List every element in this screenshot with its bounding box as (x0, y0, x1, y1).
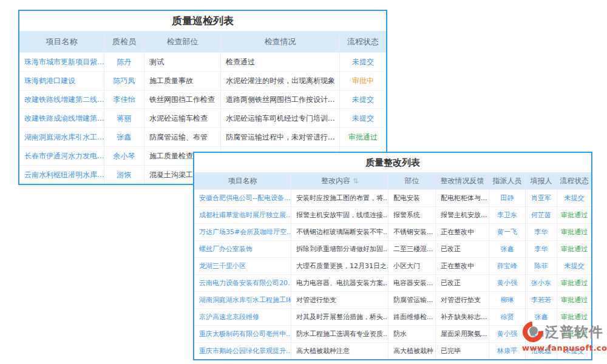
inspector-name-link[interactable]: 蒋丽 (104, 109, 144, 127)
table-row[interactable]: 安徽合肥供电公司--配电设备... 安装时应按施工图的布置，将... 配电安装 … (194, 189, 591, 206)
inspector-name-link[interactable]: 陈巧凤 (104, 72, 144, 90)
project-name-link[interactable]: 珠海市城市更新项目紫... (19, 53, 104, 71)
project-name-link[interactable]: 云南电力设备安装有限公司20... (194, 275, 291, 291)
table-row[interactable]: 珠海鹤港口建设 陈巧凤 施工质量事故 水泥砼灌注的时候，出现离析现象 审批中 (19, 71, 386, 90)
rectification-content-text: 大理石质量更换，12月31日之... (291, 258, 388, 274)
table-row[interactable]: 云南电力设备安装有限公司20... 电力电容器、电抗器安装方案,... 电容器安… (194, 274, 591, 291)
feedback-text: 正在整改中 (436, 258, 489, 274)
rectification-content-text: 对其及时开展整治措施，桥头... (291, 309, 388, 325)
project-name-link[interactable]: 重庆市鹅岭公园绿化景观提升... (194, 343, 291, 359)
status-badge: 审批通过 (340, 128, 386, 146)
project-name-link[interactable]: 改建铁路线增建第二线... (19, 90, 104, 109)
status-badge: 审批通过 (557, 292, 591, 308)
project-name-link[interactable]: 螺丝厂办公室装饰 (194, 241, 291, 257)
column-header-content-label: 整改内容 (321, 176, 350, 186)
assignee-name-link[interactable]: 薛宝峰 (489, 258, 526, 274)
rectification-content-text: 高大植被栽种注意 (291, 343, 388, 359)
status-badge: 未提交 (340, 109, 386, 127)
column-header-status: 流程状态 (557, 173, 591, 189)
column-header-feedback: 整改情况反馈 (436, 173, 489, 189)
column-header-status: 流程状态 (340, 32, 386, 52)
reporter-name-link[interactable]: 肖亚军 (526, 190, 557, 206)
project-name-link[interactable]: 龙湖三千里小区 (194, 258, 291, 274)
column-header-inspector: 质检员 (104, 32, 144, 52)
fanpu-logo-icon (522, 321, 544, 343)
inspector-name-link[interactable]: 张鑫 (104, 128, 144, 146)
status-badge: 审批通过 (557, 224, 591, 240)
rectification-content-text: 不锈钢边框玻璃隔断安装不牢... (291, 224, 388, 240)
status-badge: 未提交 (557, 258, 591, 274)
feedback-text: 屋面采用聚氨... (436, 326, 489, 342)
column-header-content: 整改内容 ⇅ (291, 173, 388, 189)
project-name-link[interactable]: 京沪高速北京段维修 (194, 309, 291, 325)
column-header-project: 项目名称 (194, 173, 291, 189)
assignee-name-link[interactable]: 张鑫 (489, 241, 526, 257)
table-row[interactable]: 龙湖三千里小区 大理石质量更换，12月31日之... 小区大门 正在整改中 薛宝… (194, 257, 591, 274)
feedback-text: 对管进行垫支 (436, 292, 489, 308)
project-name-link[interactable]: 重庆太极制药有限公司亳州中... (194, 326, 291, 342)
table-row[interactable]: 珠海市城市更新项目紫... 陈丹 测试 检查通过 未提交 (19, 52, 386, 71)
table-row[interactable]: 改建铁路成渝线增建第... 蒋丽 水泥砼运输车检查 水泥砼运输车司机经过专门培训… (19, 109, 386, 127)
inspection-part-text: 铁丝网围挡工作检查 (144, 90, 221, 109)
status-badge: 审批通过 (557, 241, 591, 257)
feedback-text: 报警主机安放... (436, 207, 489, 223)
rectification-table-title: 质量整改列表 (194, 153, 591, 173)
reporter-name-link[interactable]: 何芷茵 (526, 207, 557, 223)
assignee-name-link[interactable]: 李卫东 (489, 207, 526, 223)
table-row[interactable]: 成都杜甫草堂临时展厅独立展... 报警主机安放牢固，线缆连接... 报警系统 报… (194, 206, 591, 223)
table-row[interactable]: 湖南洞庭湖水库引水工... 张鑫 防腐管运输、布管 防腐管运输过程中，未对管进行… (19, 127, 386, 146)
inspector-name-link[interactable]: 游恢 (104, 166, 144, 184)
rectification-content-text: 对管进行垫支 (291, 292, 388, 308)
assignee-name-link[interactable]: 田静 (489, 190, 526, 206)
project-name-link[interactable]: 安徽合肥供电公司--配电设备... (194, 190, 291, 206)
inspector-name-link[interactable]: 余小琴 (104, 147, 144, 165)
status-badge: 审批中 (340, 72, 386, 90)
feedback-text: 已完毕 (436, 343, 489, 359)
column-header-result: 检查情况 (221, 32, 340, 52)
project-name-link[interactable]: 万达广场35#会所及咖啡厅空... (194, 224, 291, 240)
status-badge: 未提交 (557, 190, 591, 206)
rectification-content-text: 安装时应按施工图的布置，将... (291, 190, 388, 206)
assignee-name-link[interactable]: 黄小强 (489, 275, 526, 291)
reporter-name-link[interactable]: 陈菲 (526, 258, 557, 274)
feedback-text: 配电柜柜体与... (436, 190, 489, 206)
feedback-text: 已改正 (436, 275, 489, 291)
inspection-part-text: 测试 (144, 53, 221, 71)
reporter-name-link[interactable]: 李华 (526, 241, 557, 257)
watermark-url: www.fanpusoft.com (522, 343, 607, 352)
project-name-link[interactable]: 珠海鹤港口建设 (19, 72, 104, 90)
part-text: 不锈钢安装... (388, 224, 436, 240)
table-row[interactable]: 螺丝厂办公室装饰 拆除到承重墙部分请做好加固... 二至三楼混... 已改正 张… (194, 240, 591, 257)
status-badge: 审批通过 (557, 207, 591, 223)
project-name-link[interactable]: 湖南洞庭湖水库引水工... (19, 128, 104, 146)
inspection-part-text: 施工质量事故 (144, 72, 221, 90)
project-name-link[interactable]: 湖南洞庭湖水库引水工程施工I标 (194, 292, 291, 308)
column-header-project: 项目名称 (19, 32, 104, 52)
assignee-name-link[interactable]: 徐贤 (489, 309, 526, 325)
part-text: 路面维修检... (388, 309, 436, 325)
column-header-assignee: 指派人员 (489, 173, 526, 189)
inspection-result-text: 防腐管运输过程中，未对管进行... (221, 128, 340, 146)
project-name-link[interactable]: 云南水利枢纽潜明水库... (19, 166, 104, 184)
status-badge: 审批通过 (557, 275, 591, 291)
column-header-part: 部位 (388, 173, 436, 189)
reporter-name-link[interactable]: 张小东 (526, 275, 557, 291)
assignee-name-link[interactable]: 林康平 (489, 343, 526, 359)
reporter-name-link[interactable]: 李华 (526, 224, 557, 240)
inspection-part-text: 水泥砼运输车检查 (144, 109, 221, 127)
inspector-name-link[interactable]: 陈丹 (104, 53, 144, 71)
rectification-table-header: 项目名称 整改内容 ⇅ 部位 整改情况反馈 指派人员 填报人 流程状态 (194, 173, 591, 189)
project-name-link[interactable]: 长春市伊通河水力发电... (19, 147, 104, 165)
assignee-name-link[interactable]: 柳琳 (489, 292, 526, 308)
inspector-name-link[interactable]: 李佳怡 (104, 90, 144, 109)
project-name-link[interactable]: 成都杜甫草堂临时展厅独立展... (194, 207, 291, 223)
table-row[interactable]: 万达广场35#会所及咖啡厅空... 不锈钢边框玻璃隔断安装不牢... 不锈钢安装… (194, 223, 591, 240)
rectification-content-text: 报警主机安放牢固，线缆连接... (291, 207, 388, 223)
assignee-name-link[interactable]: 黄小强 (489, 326, 526, 342)
assignee-name-link[interactable]: 黄一飞 (489, 224, 526, 240)
sort-icon[interactable]: ⇅ (353, 177, 358, 185)
table-row[interactable]: 湖南洞庭湖水库引水工程施工I标 对管进行垫支 防腐管运输... 对管进行垫支 柳… (194, 291, 591, 308)
table-row[interactable]: 改建铁路线增建第二线... 李佳怡 铁丝网围挡工作检查 道路两侧铁丝网围挡工作按… (19, 90, 386, 109)
project-name-link[interactable]: 改建铁路成渝线增建第... (19, 109, 104, 127)
reporter-name-link[interactable]: 李若若 (526, 292, 557, 308)
